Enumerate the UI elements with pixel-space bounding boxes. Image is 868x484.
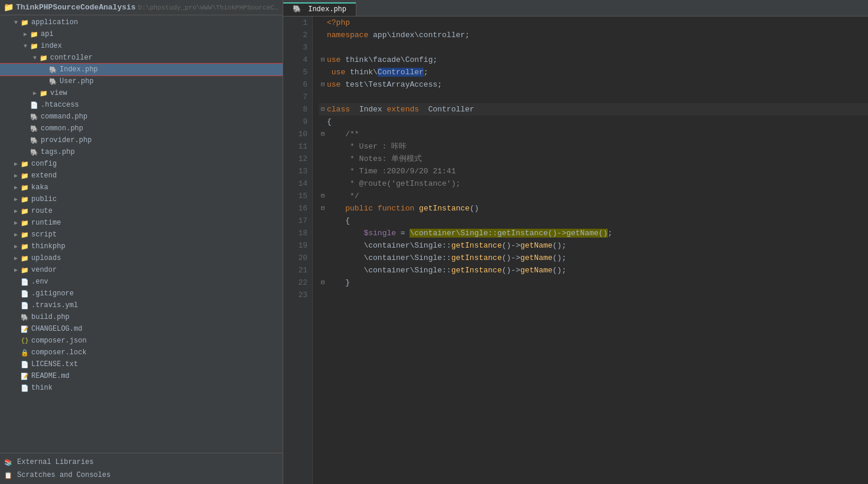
tree-item-view[interactable]: 📁view	[0, 87, 283, 99]
icon-provider-php: 🐘	[30, 136, 39, 145]
editor-content[interactable]: 1234567891011121314151617181920212223 <?…	[283, 17, 868, 484]
active-tab[interactable]: 🐘 Index.php	[283, 2, 356, 16]
icon-runtime: 📁	[20, 218, 30, 228]
label-composer-lock: composer.lock	[31, 348, 87, 357]
label-command-php: command.php	[41, 113, 87, 121]
tree-item-composer-json[interactable]: {}composer.json	[0, 335, 283, 347]
icon-script: 📁	[20, 230, 30, 239]
tree-item-vendor[interactable]: 📁vendor	[0, 264, 283, 276]
arrow-thinkphp	[12, 242, 20, 251]
tree-item-composer-lock[interactable]: 🔒composer.lock	[0, 347, 283, 358]
file-tree: 📁application📁api📁index📁controller🐘Index.…	[0, 15, 283, 453]
tree-item-index[interactable]: 📁index	[0, 40, 283, 52]
code-line-3	[319, 41, 868, 54]
label-view: view	[50, 89, 67, 97]
code-text-1: <?php	[327, 17, 868, 29]
code-line-21: \container\Single::getInstance()->getNam…	[319, 264, 868, 276]
arrow-vendor	[12, 266, 20, 274]
tree-item-controller[interactable]: 📁controller	[0, 52, 283, 64]
project-header[interactable]: 📁 ThinkPHPSourceCodeAnalysis D:\phpstudy…	[0, 0, 283, 15]
fold-gutter-10[interactable]	[319, 128, 327, 140]
tree-item-license-txt[interactable]: 📄LICENSE.txt	[0, 358, 283, 370]
label-controller: controller	[50, 54, 93, 62]
label-index-php: Index.php	[60, 65, 98, 74]
label-license-txt: LICENSE.txt	[31, 360, 78, 368]
tree-item-readme-md[interactable]: 📝README.md	[0, 370, 283, 382]
code-text-9: {	[327, 116, 868, 128]
label-think: think	[31, 384, 53, 392]
code-text-4: use think\facade\Config;	[327, 54, 868, 66]
line-numbers: 1234567891011121314151617181920212223	[283, 17, 313, 484]
fold-gutter-6[interactable]	[319, 78, 327, 91]
tree-item-common-php[interactable]: 🐘common.php	[0, 123, 283, 134]
tree-item-config[interactable]: 📁config	[0, 158, 283, 170]
fold-gutter-16[interactable]	[319, 202, 327, 215]
code-line-17: {	[319, 215, 868, 227]
tree-item-extend[interactable]: 📁extend	[0, 170, 283, 182]
tree-item-build-php[interactable]: 🐘build.php	[0, 311, 283, 323]
fold-gutter-8[interactable]	[319, 103, 327, 116]
code-line-5: use think\Controller;	[319, 66, 868, 78]
fold-gutter-22[interactable]	[319, 276, 327, 289]
arrow-application	[12, 18, 20, 27]
tab-label: Index.php	[308, 5, 346, 14]
tree-item-user-php[interactable]: 🐘User.php	[0, 75, 283, 87]
icon-view: 📁	[39, 88, 48, 98]
editor-panel: 🐘 Index.php 1234567891011121314151617181…	[283, 0, 868, 484]
tree-item-public[interactable]: 📁public	[0, 193, 283, 205]
label-composer-json: composer.json	[31, 337, 87, 345]
arrow-extend	[12, 172, 20, 180]
tree-item-think[interactable]: 📄think	[0, 382, 283, 394]
tree-item-provider-php[interactable]: 🐘provider.php	[0, 134, 283, 146]
icon-user-php: 🐘	[48, 77, 58, 86]
code-text-18: $single = \container\Single::getInstance…	[327, 227, 868, 239]
tree-item-route[interactable]: 📁route	[0, 205, 283, 217]
label-runtime: runtime	[31, 219, 61, 227]
tree-item-gitignore[interactable]: 📄.gitignore	[0, 288, 283, 299]
project-path: D:\phpstudy_pro\WWW\ThinkPHPSourceCo...	[138, 4, 279, 11]
icon-application: 📁	[20, 18, 30, 27]
icon-controller: 📁	[39, 53, 48, 62]
tree-item-uploads[interactable]: 📁uploads	[0, 252, 283, 264]
tree-item-thinkphp[interactable]: 📁thinkphp	[0, 241, 283, 252]
code-area: 1234567891011121314151617181920212223 <?…	[283, 17, 868, 484]
code-text-15: */	[327, 190, 868, 202]
icon-env: 📄	[20, 277, 30, 287]
arrow-api	[21, 30, 30, 38]
tree-item-command-php[interactable]: 🐘command.php	[0, 111, 283, 123]
sidebar-bottom-scratches-consoles[interactable]: 📋Scratches and Consoles	[0, 469, 283, 482]
code-text-19: \container\Single::getInstance()->getNam…	[327, 239, 868, 252]
tree-item-script[interactable]: 📁script	[0, 229, 283, 241]
fold-gutter-15[interactable]	[319, 190, 327, 202]
code-line-16: public function getInstance()	[319, 202, 868, 215]
icon-composer-lock: 🔒	[20, 348, 30, 357]
tree-item-changelog-md[interactable]: 📝CHANGELOG.md	[0, 323, 283, 335]
code-line-11: * User : 咔咔	[319, 140, 868, 153]
icon-common-php: 🐘	[30, 124, 39, 133]
label-travis-yaml: .travis.yml	[31, 301, 78, 310]
label-tags-php: tags.php	[41, 148, 75, 156]
tree-item-tags-php[interactable]: 🐘tags.php	[0, 146, 283, 158]
tree-item-env[interactable]: 📄.env	[0, 276, 283, 288]
tree-item-travis-yaml[interactable]: 📄.travis.yml	[0, 299, 283, 311]
tree-item-kaka[interactable]: 📁kaka	[0, 182, 283, 193]
sidebar-bottom-external-libraries[interactable]: 📚External Libraries	[0, 456, 283, 469]
tree-item-htaccess[interactable]: 📄.htaccess	[0, 99, 283, 111]
tree-item-api[interactable]: 📁api	[0, 28, 283, 40]
tree-item-runtime[interactable]: 📁runtime	[0, 217, 283, 229]
tree-item-application[interactable]: 📁application	[0, 17, 283, 28]
label-extend: extend	[31, 172, 57, 180]
label-index: index	[41, 42, 62, 50]
tree-item-index-php[interactable]: 🐘Index.php	[0, 64, 283, 75]
code-line-10: /**	[319, 128, 868, 140]
code-text-20: \container\Single::getInstance()->getNam…	[327, 252, 868, 264]
label-route: route	[31, 207, 53, 215]
code-line-8: class Index extends Controller	[319, 103, 868, 116]
fold-gutter-4[interactable]	[319, 54, 327, 66]
icon-api: 📁	[30, 29, 39, 39]
icon-gitignore: 📄	[20, 289, 30, 298]
label-external-libraries: External Libraries	[17, 458, 94, 466]
icon-index-php: 🐘	[48, 65, 58, 74]
code-line-15: */	[319, 190, 868, 202]
code-line-19: \container\Single::getInstance()->getNam…	[319, 239, 868, 252]
